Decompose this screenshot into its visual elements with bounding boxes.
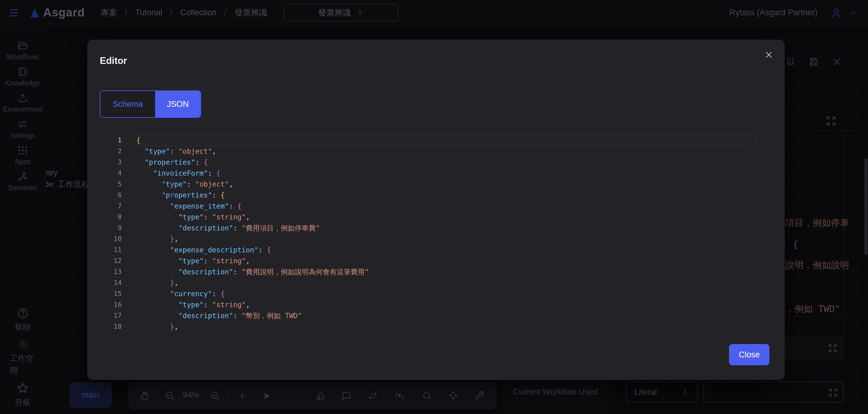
- top-bar: Asgard 專案 / Tutorial / Collection / 發票辨識…: [0, 0, 868, 26]
- star-icon: [17, 382, 29, 394]
- expand-icon[interactable]: [826, 115, 837, 127]
- upload-icon: [17, 92, 28, 104]
- gear-icon: [17, 338, 29, 350]
- code-lines: 1{2 "type": "object",3 "properties": {4 …: [92, 135, 768, 332]
- zoom-out-icon[interactable]: [164, 390, 175, 401]
- asgard-logo-icon: [30, 8, 39, 17]
- breadcrumb-project[interactable]: 專案: [101, 7, 117, 18]
- type-select[interactable]: Literal: [626, 381, 698, 403]
- scrollbar-thumb[interactable]: [864, 158, 868, 255]
- code-fragment: 用說明，例如說明: [776, 259, 849, 271]
- tab-schema[interactable]: Schema: [100, 91, 155, 117]
- zoom-in-icon[interactable]: [210, 390, 220, 401]
- swap-arrows-icon[interactable]: [367, 390, 378, 401]
- branch-button[interactable]: main: [69, 382, 112, 408]
- json-editor[interactable]: 1{2 "type": "object",3 "properties": {4 …: [92, 135, 768, 332]
- sidebar-item-semantic[interactable]: Semantic: [8, 171, 37, 192]
- node-title-fragment: ntry: [44, 168, 58, 177]
- indent-guide: [163, 146, 163, 332]
- user-icon[interactable]: [830, 7, 842, 19]
- breadcrumb-separator: /: [170, 8, 173, 17]
- code-fragment: 用項目，例如停車: [776, 217, 849, 229]
- wrench-icon[interactable]: [474, 390, 486, 401]
- menu-icon[interactable]: [10, 7, 22, 19]
- editor-modal: Editor Schema JSON 1{2 "type": "object",…: [87, 39, 785, 380]
- close-button[interactable]: Close: [729, 344, 770, 365]
- indent-guide: [154, 146, 154, 332]
- breadcrumb-current[interactable]: 發票辨識: [235, 7, 267, 18]
- save-icon[interactable]: [808, 57, 819, 67]
- sidebar-item-workspace[interactable]: 工作空間: [10, 338, 36, 377]
- locate-refresh-icon[interactable]: [394, 390, 405, 401]
- book-icon: [17, 66, 28, 77]
- updown-icon: [356, 9, 364, 17]
- panel-border: [834, 130, 835, 331]
- modal-title: Editor: [100, 55, 127, 66]
- editor-scrollbar-edge: [749, 135, 749, 332]
- sidebar-item-environment[interactable]: Environment: [3, 92, 42, 114]
- field-panel: [502, 381, 609, 414]
- sidebar: Workflows Knowledge Environment Settings…: [0, 26, 45, 414]
- breadcrumb: 專案 / Tutorial / Collection / 發票辨識: [101, 7, 267, 18]
- panel-border: [843, 130, 843, 362]
- current-line-highlight: [134, 135, 755, 146]
- zoom-level: 94%: [180, 390, 203, 400]
- breadcrumb-tutorial[interactable]: Tutorial: [135, 8, 162, 17]
- expand-icon[interactable]: [828, 387, 838, 398]
- sidebar-item-settings[interactable]: Settings: [10, 119, 35, 140]
- toolbar-divider: [228, 388, 228, 403]
- chevron-down-icon[interactable]: [848, 8, 858, 17]
- panel-divider: [779, 317, 843, 317]
- sidebar-item-knowledge[interactable]: Knowledge: [5, 66, 40, 87]
- comment-icon[interactable]: [341, 390, 352, 401]
- workflow-select-value: 發票辨識: [318, 7, 351, 18]
- network-icon: [17, 171, 28, 182]
- tab-json[interactable]: JSON: [155, 91, 200, 117]
- background-panel-header: 以: [786, 56, 842, 67]
- background-field-panel: [779, 337, 844, 359]
- brand-name: Asgard: [43, 6, 85, 19]
- app-window: ntry de: 工作流程 以 用項目，例如停車 ": { 用說明，例如說明 別…: [0, 0, 868, 414]
- sidebar-item-help[interactable]: 幫助: [10, 307, 36, 333]
- value-input[interactable]: [704, 381, 844, 403]
- question-circle-icon: [17, 307, 29, 319]
- close-icon[interactable]: [832, 57, 842, 67]
- indent-guide: [172, 146, 172, 332]
- panel-divider: [779, 130, 861, 130]
- breadcrumb-separator: /: [224, 8, 227, 17]
- workflow-select[interactable]: 發票辨識: [284, 4, 398, 22]
- node-subtitle-fragment: de: 工作流程: [44, 179, 89, 190]
- grid-icon: [17, 145, 28, 156]
- canvas-toolbar: 94%: [128, 382, 497, 409]
- search-icon[interactable]: [422, 390, 432, 401]
- sidebar-item-upgrade[interactable]: 升級: [10, 382, 36, 409]
- current-workflow-label: Current Workflow Used: [513, 387, 598, 397]
- diamonds-icon[interactable]: [448, 390, 459, 401]
- add-icon[interactable]: [237, 390, 248, 401]
- editor-tabs: Schema JSON: [100, 90, 201, 118]
- account-name: Rytass (Asgard Partner): [729, 8, 817, 17]
- indent-guide: [136, 146, 136, 332]
- panel-border: [858, 74, 859, 403]
- run-icon[interactable]: [261, 390, 272, 401]
- panel-title-fragment: 以: [786, 56, 795, 67]
- folder-open-icon: [17, 40, 28, 51]
- breadcrumb-separator: /: [125, 8, 127, 17]
- sliders-icon: [17, 119, 28, 130]
- pan-hand-icon[interactable]: [139, 390, 150, 401]
- expand-icon[interactable]: [828, 343, 838, 353]
- code-fragment: 別，例如 TWD": [776, 303, 840, 315]
- breadcrumb-collection[interactable]: Collection: [180, 8, 217, 17]
- updown-icon: [681, 388, 689, 396]
- close-icon[interactable]: [764, 48, 778, 61]
- type-select-value: Literal: [634, 387, 657, 397]
- home-add-icon[interactable]: [315, 390, 326, 401]
- sidebar-item-workflows[interactable]: Workflows: [7, 40, 39, 61]
- sidebar-item-apps[interactable]: Apps: [14, 145, 30, 166]
